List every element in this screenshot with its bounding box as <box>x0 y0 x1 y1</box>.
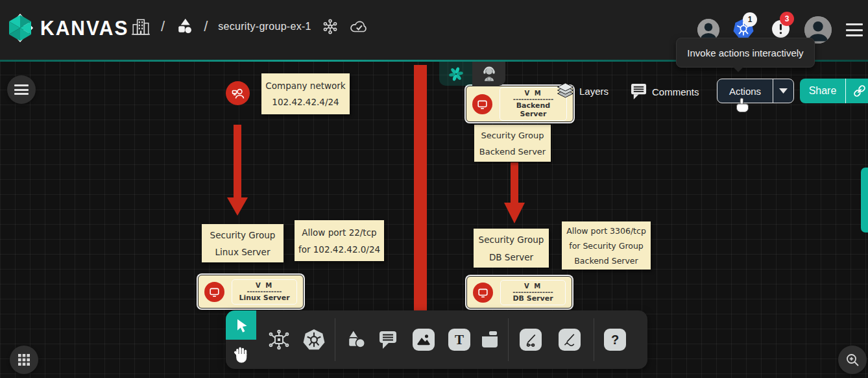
toolbar-divider <box>594 318 594 361</box>
note-line: Company network <box>261 81 350 91</box>
note-sg-backend[interactable]: Security Group Backend Server <box>474 125 551 162</box>
note-sg-linux[interactable]: Security Group Linux Server <box>202 224 283 262</box>
canvas-mode-panel <box>439 62 505 86</box>
kubernetes-tool-button[interactable] <box>300 310 328 369</box>
network-user-node[interactable] <box>226 81 250 105</box>
select-tool-button[interactable] <box>226 310 256 340</box>
note-line: Backend Server <box>562 256 651 266</box>
share-button[interactable]: Share <box>800 79 868 103</box>
hamburger-menu-icon <box>14 84 29 95</box>
note-line: Security Group <box>474 131 551 140</box>
help-icon: ? <box>604 329 626 351</box>
breadcrumb-separator: / <box>204 18 208 35</box>
brand-logo[interactable]: KANVAS <box>6 13 128 43</box>
cluster-icon[interactable] <box>322 18 339 35</box>
alerts-badge: 3 <box>780 12 794 26</box>
note-tool-icon <box>479 329 501 351</box>
hand-tool-button[interactable] <box>226 340 256 369</box>
kanvas-logo-icon <box>6 13 34 43</box>
toolbar-divider <box>508 318 509 361</box>
vm-node-disc <box>472 94 492 114</box>
tooltip: Invoke actions interactively <box>676 38 815 68</box>
kubernetes-tool-icon <box>302 328 326 351</box>
toolbar-divider <box>335 318 335 361</box>
shapes-icon[interactable] <box>175 18 193 36</box>
comments-button[interactable]: Comments <box>631 83 699 100</box>
bottom-toolbar: T <box>226 310 647 369</box>
vm-divider: ------------- <box>235 289 294 294</box>
vm-card-linux[interactable]: V M ------------- Linux Server <box>198 275 304 309</box>
comments-icon <box>631 83 647 100</box>
cloud-synced-icon <box>349 18 368 35</box>
note-line: DB Server <box>474 252 549 262</box>
image-tool-icon <box>413 329 435 351</box>
shapes-tool-button[interactable] <box>341 310 370 369</box>
actions-button[interactable]: Actions <box>717 79 794 103</box>
grid-icon <box>18 354 30 366</box>
text-tool-button[interactable]: T <box>445 310 474 369</box>
comment-tool-button[interactable] <box>374 310 402 369</box>
boundary-bar[interactable] <box>414 65 427 310</box>
vm-card-db[interactable]: V M --------------- DB Server <box>466 276 572 309</box>
layers-icon <box>557 82 574 99</box>
network-user-icon <box>230 86 246 101</box>
document-title[interactable]: security-group-ex-1 <box>218 21 311 32</box>
note-sg-db[interactable]: Security Group DB Server <box>474 229 549 268</box>
note-line: Allow port 3306/tcp <box>562 226 651 236</box>
share-label[interactable]: Share <box>800 79 845 103</box>
note-line: for 102.42.42.0/24 <box>295 244 384 255</box>
freehand-pen-tool-button[interactable] <box>555 310 584 369</box>
vm-divider: --------------- <box>503 290 562 294</box>
arrow-sg-to-db[interactable] <box>503 162 526 226</box>
app-window: KANVAS / / securit <box>0 0 868 378</box>
tooltip-text: Invoke actions interactively <box>687 47 803 58</box>
connector-pen-tool-icon <box>520 329 542 351</box>
note-line: 102.42.42.4/24 <box>261 97 350 107</box>
note-line: Linux Server <box>202 247 283 257</box>
select-tool-icon <box>234 318 249 333</box>
note-line: Security Group <box>474 234 549 245</box>
arrow-network-to-sg[interactable] <box>226 125 249 217</box>
organization-icon[interactable] <box>131 17 151 36</box>
vm-node-disc <box>204 282 224 302</box>
comments-label: Comments <box>652 86 699 97</box>
note-line: Security Group <box>202 230 283 240</box>
image-tool-button[interactable] <box>409 310 438 369</box>
note-line: Allow port 22/tcp <box>295 227 384 238</box>
support-mode-button[interactable] <box>472 62 505 86</box>
text-tool-icon: T <box>448 329 470 351</box>
right-panel-handle[interactable] <box>861 168 868 233</box>
vm-monitor-icon <box>476 98 488 110</box>
actions-dropdown[interactable] <box>773 79 793 103</box>
vm-node-disc <box>473 283 493 303</box>
brand-name: KANVAS <box>40 16 128 40</box>
vm-card-body: V M ------------- Linux Server <box>232 279 297 305</box>
hamburger-menu-icon[interactable] <box>846 23 863 36</box>
freehand-pen-tool-icon <box>559 329 581 351</box>
vm-subtitle: Backend Server <box>503 101 564 118</box>
help-button[interactable]: ? <box>601 310 629 369</box>
breadcrumb: / / security-group-ex-1 <box>131 17 368 36</box>
pinwheel-icon <box>448 66 464 82</box>
copy-link-button[interactable] <box>845 79 868 103</box>
pinwheel-mode-button[interactable] <box>439 62 472 86</box>
note-tool-button[interactable] <box>476 310 504 369</box>
zoom-in-icon <box>845 353 860 367</box>
vm-subtitle: DB Server <box>503 294 562 303</box>
note-allow-port-22[interactable]: Allow port 22/tcp for 102.42.42.0/24 <box>295 220 384 261</box>
grid-apps-button[interactable] <box>10 346 38 374</box>
pointer-cursor-icon <box>735 97 749 113</box>
link-icon <box>852 84 867 98</box>
vm-card-body: V M --------------- DB Server <box>500 280 566 305</box>
hand-tool-icon <box>234 346 249 363</box>
shapes-tool-icon <box>344 329 367 351</box>
layers-button[interactable]: Layers <box>557 82 609 99</box>
support-agent-icon <box>481 66 498 82</box>
topology-tool-button[interactable] <box>265 310 293 369</box>
note-company-network[interactable]: Company network 102.42.42.4/24 <box>261 73 350 114</box>
connector-pen-tool-button[interactable] <box>516 310 545 369</box>
note-line: Backend Server <box>474 147 551 157</box>
canvas-menu-button[interactable] <box>7 75 36 104</box>
note-allow-port-3306[interactable]: Allow port 3306/tcp for Security Group B… <box>562 221 651 270</box>
zoom-in-button[interactable] <box>838 346 867 374</box>
